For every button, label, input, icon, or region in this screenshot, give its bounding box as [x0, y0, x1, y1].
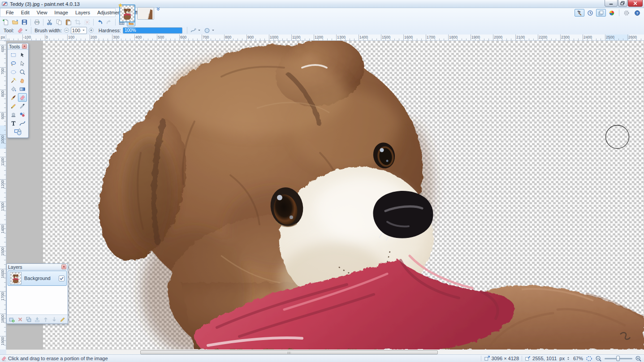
decrease-brush-width-button[interactable]: [64, 27, 69, 33]
layers-palette-titlebar[interactable]: Layers ✕: [7, 264, 68, 270]
duplicate-layer-button[interactable]: [25, 316, 33, 323]
add-layer-button[interactable]: [8, 316, 16, 323]
restore-button[interactable]: [618, 0, 627, 7]
vruler-tick-label: 1900: [0, 337, 5, 345]
vertical-ruler: 6007008009001000110012001300140015001600…: [0, 41, 6, 349]
tool-magic-wand[interactable]: [9, 76, 18, 85]
teddy-thumbnail-image: [121, 7, 134, 20]
hruler-major-tick: [336, 34, 337, 40]
redo-icon: [106, 19, 112, 26]
crop-icon: [74, 19, 81, 26]
hruler-major-tick: [403, 34, 404, 40]
tool-pan[interactable]: [18, 76, 27, 85]
tool-recolor[interactable]: [18, 110, 27, 119]
deselect-button[interactable]: [83, 18, 91, 26]
open-image-thumbnail-other[interactable]: [137, 7, 154, 20]
tool-shapes[interactable]: [9, 127, 27, 136]
paste-button[interactable]: [64, 18, 73, 26]
tool-line-curve[interactable]: [18, 119, 27, 127]
dropdown-arrow-icon: [24, 28, 28, 32]
vruler-major-tick: [0, 314, 6, 314]
active-tool-dropdown[interactable]: [16, 27, 30, 34]
tool-move-selection[interactable]: [18, 59, 27, 68]
vruler-tick-label: 1700: [0, 292, 5, 301]
tool-move-selected-pixels[interactable]: [18, 51, 27, 59]
layer-properties-button[interactable]: [59, 316, 66, 323]
print-button[interactable]: [33, 18, 41, 26]
tool-label: Tool:: [4, 28, 14, 33]
history-toggle-button[interactable]: [585, 9, 595, 17]
menu-item-file[interactable]: File: [2, 9, 17, 16]
tools-toggle-button[interactable]: [575, 9, 584, 17]
horizontal-scrollbar-thumb[interactable]: [140, 350, 438, 354]
hruler-major-tick: [22, 34, 23, 40]
horizontal-scrollbar[interactable]: [6, 349, 644, 354]
zoom-slider[interactable]: [605, 358, 632, 359]
tools-palette-titlebar[interactable]: Tools ✕: [8, 43, 28, 50]
menu-item-layers[interactable]: Layers: [72, 9, 94, 16]
tool-zoom[interactable]: [18, 68, 27, 76]
unit-spinner-icon: [566, 356, 571, 361]
move-layer-up-button[interactable]: [42, 316, 49, 323]
settings-toggle-button[interactable]: [622, 9, 631, 17]
layers-palette-close-icon[interactable]: ✕: [61, 264, 66, 269]
color-picker-icon: [19, 103, 26, 109]
tool-gradient[interactable]: [18, 85, 27, 93]
hardness-slider[interactable]: 100%: [123, 27, 182, 34]
tool-rectangle-select[interactable]: [9, 51, 18, 59]
copy-button[interactable]: [55, 18, 63, 26]
hruler-tick-label: 2000: [494, 35, 502, 39]
delete-layer-button[interactable]: [17, 316, 24, 323]
hruler-major-tick: [112, 34, 112, 40]
blend-mode-dropdown[interactable]: [203, 27, 216, 34]
new-button[interactable]: [1, 18, 10, 26]
increase-brush-width-button[interactable]: [88, 27, 94, 33]
help-toggle-button[interactable]: ?: [632, 9, 642, 17]
hruler-major-tick: [246, 34, 247, 40]
layers-toggle-button[interactable]: [596, 9, 606, 17]
crop-button[interactable]: [73, 18, 82, 26]
tool-pencil[interactable]: [9, 102, 18, 110]
tool-text[interactable]: [9, 119, 18, 127]
colors-toggle-button[interactable]: [607, 9, 617, 17]
tool-options-bar: Tool: Brush width: 100 Hardness: 100%: [0, 26, 644, 34]
tool-ellipse-select[interactable]: [9, 68, 18, 76]
tool-color-picker[interactable]: [18, 102, 27, 110]
brush-width-value: 100: [72, 28, 80, 33]
unit-selector[interactable]: px: [559, 356, 571, 361]
canvas-area[interactable]: [6, 41, 644, 349]
clone-stamp-icon: [10, 112, 17, 118]
minimize-button[interactable]: [605, 0, 618, 7]
zoom-out-button[interactable]: [595, 355, 602, 362]
close-button[interactable]: [628, 0, 643, 7]
move-layer-down-button[interactable]: [50, 316, 58, 323]
brush-width-combo[interactable]: 100: [71, 27, 87, 34]
layer-row-background[interactable]: Background: [8, 271, 67, 286]
tool-paintbrush[interactable]: [9, 93, 18, 102]
tool-lasso-select[interactable]: [9, 59, 18, 68]
hruler-major-tick: [471, 34, 471, 40]
selection-quality-dropdown[interactable]: [189, 27, 203, 34]
menu-item-view[interactable]: View: [33, 9, 51, 16]
image-list-chevron-icon[interactable]: [156, 6, 161, 12]
open-button[interactable]: [11, 18, 19, 26]
tool-eraser[interactable]: [18, 93, 27, 102]
menu-item-edit[interactable]: Edit: [17, 9, 33, 16]
undo-button[interactable]: [95, 18, 104, 26]
tool-paint-bucket[interactable]: [9, 85, 18, 93]
tool-clone-stamp[interactable]: [9, 110, 18, 119]
merge-layer-down-button[interactable]: [34, 316, 41, 323]
redo-button[interactable]: [105, 18, 113, 26]
cut-button[interactable]: [45, 18, 54, 26]
zoom-slider-thumb[interactable]: [616, 356, 620, 361]
zoom-to-window-button[interactable]: [586, 355, 592, 362]
title-bar[interactable]: Teddy (3).jpg - paint.net 4.0.13: [0, 0, 644, 8]
tools-palette-close-icon[interactable]: ✕: [22, 44, 27, 49]
zoom-in-button[interactable]: [635, 355, 642, 362]
layer-visibility-checkbox[interactable]: [59, 276, 65, 281]
image-size-indicator: 3096 × 4128: [484, 355, 519, 362]
status-bar: Click and drag to erase a portion of the…: [0, 354, 644, 362]
menu-item-image[interactable]: Image: [51, 9, 72, 16]
save-button[interactable]: [20, 18, 29, 26]
open-image-thumbnail-selected[interactable]: [119, 4, 135, 22]
